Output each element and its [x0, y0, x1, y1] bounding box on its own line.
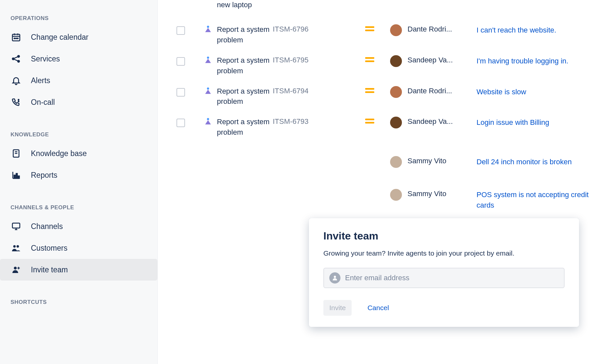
calendar-icon: [11, 32, 22, 43]
request-type-icon: [204, 56, 212, 64]
section-header-knowledge: KNOWLEDGE: [0, 113, 157, 143]
sidebar-item-label: Knowledge base: [31, 149, 87, 158]
sidebar: OPERATIONS Change calendar Services Aler…: [0, 0, 158, 364]
request-type-label: Report a system problem: [217, 55, 273, 76]
sidebar-item-label: Invite team: [31, 265, 68, 274]
table-row[interactable]: Sammy Vito Dell 24 inch monitor is broke…: [158, 143, 606, 173]
table-row[interactable]: Report a system problem ITSM-6795 Sandee…: [158, 51, 606, 81]
table-row[interactable]: Report a system problem ITSM-6796 Dante …: [158, 20, 606, 51]
issue-key[interactable]: ITSM-6793: [273, 117, 355, 126]
section-header-shortcuts: SHORTCUTS: [0, 281, 157, 310]
reporter-name: Sammy Vito: [408, 189, 477, 198]
bar-chart-icon: [11, 170, 22, 181]
reporter-name: Sandeep Va...: [408, 55, 477, 64]
issue-summary-link[interactable]: Website is slow: [477, 88, 526, 96]
reporter-name: Dante Rodri...: [408, 86, 477, 95]
sidebar-item-customers[interactable]: Customers: [0, 237, 157, 259]
avatar: [390, 24, 402, 36]
priority-medium-icon: [365, 26, 374, 32]
row-checkbox[interactable]: [176, 26, 185, 35]
sidebar-item-label: Channels: [31, 222, 63, 231]
row-checkbox[interactable]: [176, 119, 185, 127]
svg-point-8: [18, 56, 20, 57]
sidebar-item-label: Change calendar: [31, 33, 88, 42]
svg-line-10: [14, 57, 18, 58]
section-header-channels-people: CHANNELS & PEOPLE: [0, 186, 157, 216]
table-row[interactable]: Report a system problem ITSM-6793 Sandee…: [158, 112, 606, 143]
invite-team-modal: Invite team Growing your team? Invite ag…: [309, 218, 579, 327]
avatar: [390, 189, 402, 201]
svg-point-25: [13, 245, 16, 248]
invite-button[interactable]: Invite: [323, 300, 352, 316]
sidebar-item-invite-team[interactable]: Invite team: [0, 259, 157, 281]
sidebar-item-on-call[interactable]: On-call: [0, 91, 157, 113]
svg-point-12: [18, 99, 19, 100]
sidebar-item-services[interactable]: Services: [0, 48, 157, 70]
issue-summary-link[interactable]: I can't reach the website.: [477, 26, 556, 34]
row-checkbox[interactable]: [176, 57, 185, 66]
issue-summary-link[interactable]: Dell 24 inch monitor is broken: [477, 158, 572, 166]
sidebar-item-label: Services: [31, 55, 60, 63]
issue-summary-link[interactable]: POS system is not accepting credit cards: [477, 191, 589, 209]
svg-point-7: [12, 58, 14, 60]
cancel-button[interactable]: Cancel: [361, 300, 395, 316]
table-row[interactable]: Sammy Vito POS system is not accepting c…: [158, 173, 606, 216]
email-input[interactable]: [345, 274, 559, 282]
bell-icon: [11, 75, 22, 86]
modal-description: Growing your team? Invite agents to join…: [323, 248, 565, 259]
svg-point-33: [207, 118, 209, 121]
svg-point-13: [18, 101, 19, 102]
avatar: [390, 156, 402, 168]
reporter-name: Dante Rodri...: [408, 24, 477, 34]
svg-point-5: [16, 38, 17, 39]
request-type-label: new laptop: [217, 0, 252, 10]
avatar: [390, 117, 402, 128]
row-checkbox[interactable]: [176, 88, 185, 97]
issue-summary-link[interactable]: Login issue with Billing: [477, 118, 549, 126]
person-icon: [329, 272, 340, 284]
priority-medium-icon: [365, 87, 374, 93]
monitor-icon: [11, 221, 22, 232]
sidebar-item-alerts[interactable]: Alerts: [0, 70, 157, 91]
services-icon: [11, 53, 22, 64]
svg-rect-22: [12, 223, 20, 228]
svg-point-26: [16, 245, 19, 248]
svg-point-27: [14, 267, 17, 270]
email-input-container[interactable]: [323, 268, 565, 288]
sidebar-item-label: On-call: [31, 98, 55, 107]
issue-key[interactable]: ITSM-6796: [273, 24, 355, 34]
svg-point-30: [207, 26, 209, 28]
avatar: [390, 55, 402, 67]
svg-rect-19: [14, 175, 15, 178]
svg-point-4: [14, 38, 15, 39]
request-type-icon: [204, 117, 212, 126]
sidebar-item-knowledge-base[interactable]: Knowledge base: [0, 143, 157, 164]
svg-rect-20: [16, 173, 17, 178]
sidebar-item-reports[interactable]: Reports: [0, 164, 157, 186]
sidebar-item-change-calendar[interactable]: Change calendar: [0, 26, 157, 48]
book-icon: [11, 148, 22, 159]
main-content: new laptop Report a system problem ITSM-…: [158, 0, 606, 364]
issue-summary-link[interactable]: I'm having trouble logging in.: [477, 57, 568, 65]
sidebar-item-channels[interactable]: Channels: [0, 216, 157, 237]
svg-point-34: [334, 276, 336, 278]
svg-line-11: [14, 59, 18, 61]
table-row[interactable]: Report a system problem ITSM-6794 Dante …: [158, 81, 606, 112]
person-plus-icon: [11, 264, 22, 275]
modal-title: Invite team: [323, 230, 565, 242]
issue-key[interactable]: ITSM-6795: [273, 55, 355, 64]
priority-medium-icon: [365, 57, 374, 62]
reporter-name: Sandeep Va...: [408, 117, 477, 126]
issues-table: new laptop Report a system problem ITSM-…: [158, 0, 606, 249]
request-type-label: Report a system problem: [217, 86, 273, 107]
issue-key[interactable]: ITSM-6794: [273, 86, 355, 95]
priority-medium-icon: [365, 118, 374, 124]
phone-icon: [11, 97, 22, 108]
section-header-operations: OPERATIONS: [0, 0, 157, 26]
request-type-label: Report a system problem: [217, 117, 273, 138]
request-type-icon: [204, 25, 212, 34]
sidebar-item-label: Customers: [31, 244, 67, 253]
sidebar-item-label: Reports: [31, 171, 58, 180]
request-type-label: Report a system problem: [217, 24, 273, 45]
sidebar-item-label: Alerts: [31, 76, 50, 85]
